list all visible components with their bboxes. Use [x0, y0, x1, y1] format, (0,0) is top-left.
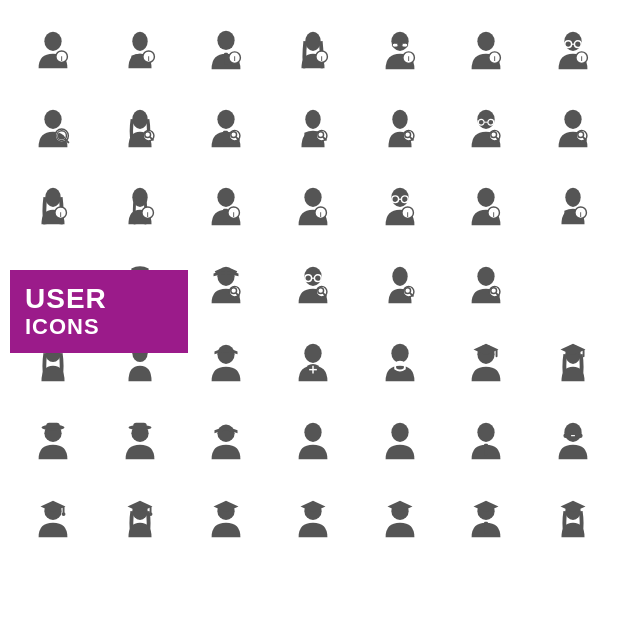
svg-point-13 — [391, 32, 408, 51]
svg-text:i: i — [234, 55, 236, 62]
user-search-female-4 — [360, 246, 440, 321]
svg-rect-124 — [47, 423, 60, 429]
user-sunglasses-male-1 — [533, 402, 613, 477]
svg-point-72 — [304, 188, 321, 207]
main-container: USER ICONS i i i i i — [0, 0, 626, 626]
svg-point-47 — [392, 110, 407, 129]
svg-text:i: i — [407, 55, 409, 62]
user-glasses-male-1: i — [360, 12, 440, 87]
user-glasses-male-2: i — [533, 12, 613, 87]
svg-point-0 — [45, 32, 62, 51]
user-tie-male-1 — [446, 402, 526, 477]
user-cap-male-2 — [186, 402, 266, 477]
svg-point-19 — [477, 32, 494, 51]
svg-point-81 — [477, 188, 494, 207]
svg-text:i: i — [493, 211, 495, 218]
user-grad-female-2 — [100, 480, 180, 555]
svg-point-129 — [304, 423, 321, 442]
svg-marker-117 — [474, 344, 499, 356]
svg-marker-120 — [560, 344, 585, 356]
user-search-female-1 — [100, 90, 180, 165]
svg-point-68 — [218, 188, 235, 207]
user-search-female-3 — [360, 90, 440, 165]
svg-rect-143 — [149, 506, 151, 513]
user-search-male-1 — [13, 90, 93, 165]
svg-rect-118 — [496, 349, 498, 357]
user-cap-male-1 — [186, 324, 266, 399]
svg-rect-127 — [133, 423, 146, 429]
user-business-male-2: i — [186, 12, 266, 87]
svg-rect-139 — [63, 506, 65, 513]
user-search-male-2 — [186, 90, 266, 165]
svg-point-92 — [304, 267, 321, 286]
svg-rect-135 — [575, 433, 583, 438]
user-grad-female-1 — [533, 324, 613, 399]
svg-text:i: i — [60, 211, 62, 218]
svg-marker-153 — [474, 501, 499, 513]
user-info-male-4: i — [446, 168, 526, 243]
svg-text:i: i — [494, 55, 496, 62]
svg-point-62 — [46, 188, 61, 207]
user-grad-female-3 — [533, 480, 613, 555]
user-info-female-3: i — [533, 168, 613, 243]
icon-row-7 — [10, 478, 616, 556]
user-grad-tie-male-1 — [446, 480, 526, 555]
user-info-male-2: i — [273, 168, 353, 243]
label-icons: ICONS — [25, 315, 173, 339]
svg-point-131 — [477, 423, 494, 442]
svg-point-140 — [62, 512, 66, 516]
user-grad-male-4 — [273, 480, 353, 555]
user-detective-2 — [273, 246, 353, 321]
user-detective-1 — [186, 246, 266, 321]
spacer-icon-2 — [533, 246, 613, 321]
svg-point-112 — [304, 344, 321, 363]
user-grad-male-1 — [446, 324, 526, 399]
svg-point-58 — [564, 110, 581, 129]
icon-row-1: i i i i i i i — [10, 10, 616, 88]
icon-row-6 — [10, 400, 616, 478]
svg-marker-138 — [41, 501, 66, 513]
svg-rect-39 — [224, 131, 229, 143]
user-info-male-3: i — [360, 168, 440, 243]
svg-point-3 — [132, 32, 147, 51]
svg-text:i: i — [61, 55, 63, 62]
user-plain-male-1 — [273, 402, 353, 477]
user-business-male-1: i — [13, 12, 93, 87]
svg-marker-155 — [560, 501, 585, 513]
svg-text:i: i — [148, 55, 150, 62]
user-search-male-3 — [446, 90, 526, 165]
svg-point-144 — [148, 512, 152, 516]
svg-point-28 — [45, 110, 62, 129]
svg-text:i: i — [406, 211, 408, 218]
svg-point-10 — [305, 32, 320, 51]
svg-text:i: i — [233, 211, 235, 218]
icon-row-3: i i i i i i i — [10, 166, 616, 244]
user-search-female-2 — [273, 90, 353, 165]
icon-row-2 — [10, 88, 616, 166]
user-grad-male-3 — [186, 480, 266, 555]
svg-text:i: i — [580, 55, 582, 62]
user-grad-male-2 — [13, 480, 93, 555]
user-hat-male-2 — [100, 402, 180, 477]
user-search-male-5 — [446, 246, 526, 321]
user-info-male-1: i — [186, 168, 266, 243]
svg-text:i: i — [320, 211, 322, 218]
svg-point-34 — [132, 110, 147, 129]
svg-rect-121 — [582, 349, 584, 357]
svg-point-130 — [391, 423, 408, 442]
svg-text:i: i — [579, 211, 581, 218]
svg-point-75 — [391, 188, 408, 207]
user-grad-male-5 — [360, 480, 440, 555]
label-user: USER — [25, 284, 173, 315]
svg-point-38 — [218, 110, 235, 129]
user-search-male-4 — [533, 90, 613, 165]
svg-point-6 — [218, 31, 235, 50]
user-info-female-2: i — [100, 168, 180, 243]
svg-rect-152 — [484, 522, 488, 534]
user-info-female-1: i — [13, 168, 93, 243]
svg-rect-69 — [224, 209, 229, 221]
svg-rect-14 — [392, 43, 398, 47]
user-hat-male-1 — [13, 402, 93, 477]
user-plain-male-2 — [360, 402, 440, 477]
svg-rect-132 — [484, 444, 488, 456]
